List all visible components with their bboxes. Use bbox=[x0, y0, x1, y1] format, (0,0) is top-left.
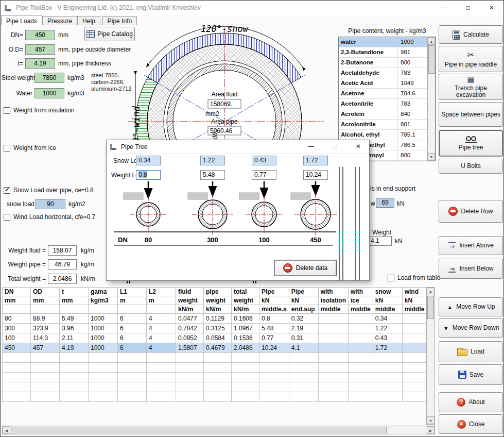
grid-cell[interactable] bbox=[118, 382, 147, 392]
grid-cell[interactable] bbox=[118, 373, 147, 382]
grid-cell[interactable] bbox=[349, 324, 373, 333]
grid-cell[interactable] bbox=[176, 382, 204, 392]
snow-load-field-1[interactable]: 1.22 bbox=[200, 156, 225, 165]
dialog-titlebar[interactable]: Pipe Tree — □ ✕ bbox=[107, 140, 369, 154]
calculate-button[interactable]: Calculate bbox=[439, 25, 503, 44]
grid-cell[interactable]: 6 bbox=[118, 343, 147, 353]
grid-cell[interactable] bbox=[349, 353, 373, 363]
snow-load-field-2[interactable]: 0.43 bbox=[252, 156, 276, 165]
grid-cell[interactable]: 0.0584 bbox=[204, 333, 232, 343]
grid-cell[interactable]: 4.19 bbox=[60, 343, 89, 353]
content-row[interactable]: 2,3-Butandione981 bbox=[339, 47, 427, 58]
weight-fluid-input[interactable] bbox=[48, 245, 77, 256]
grid-cell[interactable]: 300 bbox=[3, 324, 31, 333]
scroll-down-icon[interactable]: ▼ bbox=[427, 416, 435, 424]
content-row[interactable]: Acetic Acid1049 bbox=[339, 78, 427, 89]
grid-cell[interactable] bbox=[89, 363, 118, 373]
insert-above-button[interactable]: Insert Above bbox=[439, 236, 503, 255]
grid-cell[interactable] bbox=[176, 363, 204, 373]
grid-cell[interactable]: 0.0477 bbox=[176, 314, 204, 324]
save-button[interactable]: Save bbox=[439, 364, 503, 385]
snow-load-checkbox[interactable]: Snow Load over pipe, ce=0.8 bbox=[4, 187, 94, 194]
grid-cell[interactable] bbox=[318, 363, 348, 373]
content-table-scrollbar[interactable]: ▲ ▼ bbox=[427, 37, 436, 161]
scroll-right-icon[interactable]: ▶ bbox=[427, 426, 435, 434]
weight-end-support-field[interactable]: 4.1 bbox=[368, 236, 392, 246]
grid-cell[interactable] bbox=[259, 373, 289, 382]
grid-cell[interactable] bbox=[289, 353, 318, 363]
grid-cell[interactable] bbox=[349, 314, 373, 324]
grid-cell[interactable] bbox=[147, 353, 176, 363]
grid-cell[interactable] bbox=[318, 324, 348, 333]
tab-pipe-loads[interactable]: Pipe Loads bbox=[1, 15, 42, 25]
grid-cell[interactable] bbox=[259, 382, 289, 392]
grid-vertical-scrollbar[interactable]: ▲ ▼ bbox=[426, 287, 435, 425]
content-row[interactable]: Acetonitrile783 bbox=[339, 99, 427, 109]
grid-cell[interactable]: 1.72 bbox=[373, 343, 402, 353]
grid-cell[interactable] bbox=[3, 353, 31, 363]
close-button[interactable]: ✕ bbox=[480, 1, 503, 15]
grid-cell[interactable] bbox=[373, 353, 402, 363]
weight-load-field-3[interactable]: 10.24 bbox=[303, 170, 328, 180]
insert-below-button[interactable]: Insert Below bbox=[439, 259, 503, 279]
grid-cell[interactable] bbox=[232, 353, 259, 363]
grid-cell[interactable] bbox=[204, 382, 232, 392]
scroll-thumb[interactable] bbox=[428, 45, 435, 74]
grid-cell[interactable] bbox=[31, 392, 60, 402]
grid-cell[interactable]: 6 bbox=[118, 314, 147, 324]
grid-cell[interactable] bbox=[118, 353, 147, 363]
grid-cell[interactable] bbox=[318, 373, 348, 382]
content-row[interactable]: Acetaldehyde783 bbox=[339, 68, 427, 78]
grid-cell[interactable] bbox=[318, 382, 348, 392]
grid-cell[interactable]: 6 bbox=[118, 324, 147, 333]
weight-from-ice-checkbox[interactable]: Weight from ice bbox=[4, 144, 56, 152]
grid-cell[interactable] bbox=[318, 392, 348, 402]
grid-cell[interactable] bbox=[89, 373, 118, 382]
grid-cell[interactable] bbox=[204, 363, 232, 373]
pipe-catalog-button[interactable]: Pipe Catalog bbox=[84, 27, 135, 41]
grid-cell[interactable]: 4.1 bbox=[289, 343, 318, 353]
grid-cell[interactable]: 0.1129 bbox=[204, 314, 232, 324]
grid-cell[interactable] bbox=[204, 353, 232, 363]
grid-cell[interactable]: 4 bbox=[147, 324, 176, 333]
grid-cell[interactable] bbox=[147, 373, 176, 382]
grid-cell[interactable]: 1.22 bbox=[373, 324, 402, 333]
close-button[interactable]: Close bbox=[439, 414, 503, 434]
content-row[interactable]: 2-Butanone800 bbox=[339, 58, 427, 68]
grid-cell[interactable] bbox=[289, 392, 318, 402]
grid-cell[interactable]: 0.0952 bbox=[176, 333, 204, 343]
content-row[interactable]: Acrolein840 bbox=[339, 109, 427, 120]
grid-cell[interactable]: 0.77 bbox=[259, 333, 289, 343]
total-weight-input[interactable] bbox=[48, 274, 77, 284]
grid-cell[interactable] bbox=[349, 382, 373, 392]
grid-cell[interactable]: 6 bbox=[118, 333, 147, 343]
grid-cell[interactable] bbox=[118, 392, 147, 402]
grid-cell[interactable]: 0.34 bbox=[373, 314, 402, 324]
grid-cell[interactable] bbox=[60, 363, 89, 373]
grid-cell[interactable]: 1000 bbox=[89, 343, 118, 353]
grid-cell[interactable] bbox=[232, 373, 259, 382]
grid-cell[interactable]: 4 bbox=[147, 343, 176, 353]
delete-data-button[interactable]: Delete data bbox=[274, 260, 337, 276]
dialog-minimize-button[interactable]: — bbox=[302, 140, 320, 153]
grid-cell[interactable] bbox=[89, 353, 118, 363]
grid-cell[interactable] bbox=[232, 392, 259, 402]
snow-end-support-field[interactable]: 69 bbox=[376, 198, 394, 208]
grid-cell[interactable] bbox=[31, 382, 60, 392]
grid-cell[interactable]: 0.31 bbox=[289, 333, 318, 343]
grid-cell[interactable] bbox=[89, 392, 118, 402]
grid-cell[interactable]: 0.3125 bbox=[204, 324, 232, 333]
grid-cell[interactable]: 100 bbox=[3, 333, 31, 343]
content-row[interactable]: Acetone784.6 bbox=[339, 89, 427, 99]
grid-cell[interactable] bbox=[349, 333, 373, 343]
grid-cell[interactable] bbox=[118, 363, 147, 373]
grid-cell[interactable] bbox=[373, 392, 402, 402]
snow-load-field-3[interactable]: 1.72 bbox=[303, 156, 328, 165]
weight-pipe-input[interactable] bbox=[48, 259, 77, 270]
content-row[interactable]: Alcohol, ethyl785.1 bbox=[339, 130, 427, 140]
grid-cell[interactable] bbox=[204, 373, 232, 382]
titlebar[interactable]: Pipe ToolBox - V Engineering Ltd. (c) 20… bbox=[1, 1, 503, 15]
grid-cell[interactable]: 0.4679 bbox=[204, 343, 232, 353]
grid-cell[interactable] bbox=[318, 333, 348, 343]
grid-cell[interactable] bbox=[349, 373, 373, 382]
